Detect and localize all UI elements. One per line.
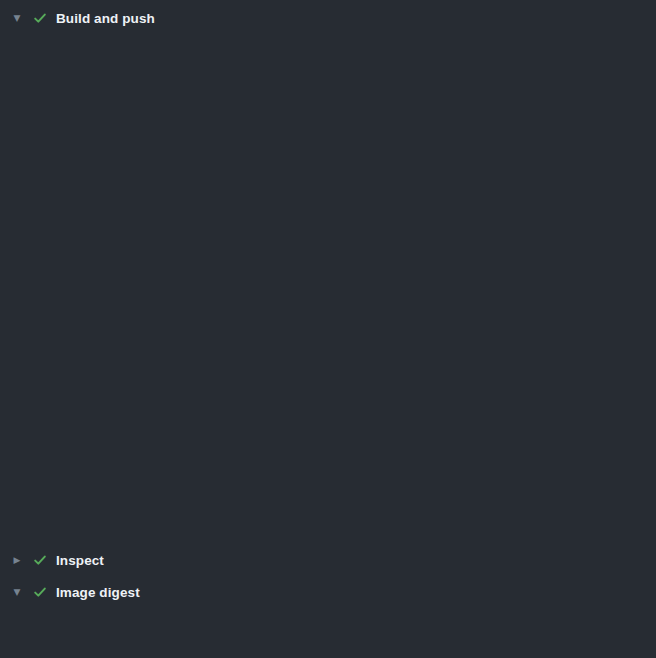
log-line: 21 [0,188,656,206]
log-line: 29 #4 [1/2] FROM docker.io/library/alpin… [0,332,656,350]
log-line: 15 /usr/bin/docker buildx use --builder … [0,80,656,98]
check-icon [32,584,48,600]
log-line: 37 #4 DONE 0.4s [0,476,656,494]
log-line: 34 #4 sha256:185518070891758909c9f839cf4… [0,422,656,440]
log-line: 40 #5 0.060 Hello world! [0,530,656,548]
log-line: 30 #4 resolve docker.io/library/alpine@s… [0,350,656,368]
log-section: ▼ Image digest 1 ▶Run echo sha256:e7ff88… [0,580,656,652]
log-line: 20 #2 DONE 0.0s [0,170,656,188]
log-section: ▶ Inspect [0,548,656,572]
log-line: 4 sha256:e7ff8834a5963a2785c5a0811e979d1… [0,634,656,652]
log-line: 1 ▶Run ./ [0,44,656,62]
section-title: Build and push [56,11,155,26]
log-line: 14 Using builder instance builder-single… [0,62,656,80]
log-line: 39 #5 [2/2] RUN echo "Hello world!" [0,512,656,530]
log-line: 33 #4 sha256:a24bb4013296f61e89ba57005a7… [0,404,656,422]
log-line: 32 #4 sha256:df20fa9351a15782c64e6dddb2d… [0,386,656,404]
chevron-icon[interactable]: ▼ [10,588,24,597]
check-icon [32,10,48,26]
section-lines: 1 ▶Run ./ 14 Using builder instance buil… [0,32,656,548]
log-line: 16 Starting build... [0,98,656,116]
log-line: 19 #2 transferring dockerfile: 74B 0.0s … [0,152,656,170]
log-line: 17 /usr/bin/docker buildx build --tag lo… [0,116,656,134]
section-header[interactable]: ▼ Build and push [0,4,656,32]
log-line: 1 ▶Run echo sha256:e7ff8834a5963a2785c5a… [0,616,656,634]
log-line: 27 #3 DONE 0.4s [0,296,656,314]
log-line: 23 #1 transferring context: 2B 0.0s done [0,224,656,242]
check-icon [32,552,48,568]
log-line: 35 #4 unpacking docker.io/library/alpine… [0,440,656,458]
section-lines: 1 ▶Run echo sha256:e7ff8834a5963a2785c5a… [0,604,656,652]
chevron-icon[interactable]: ▼ [10,14,24,23]
log-section: ▼ Build and push 1 ▶Run ./ 14 Using buil… [0,4,656,548]
log-root: ▼ Build and push 1 ▶Run ./ 14 Using buil… [0,4,656,652]
section-header[interactable]: ▼ Image digest [0,580,656,604]
log-line: 38 [0,494,656,512]
log-line: 18 #2 [internal] load build definition f… [0,134,656,152]
log-line: 26 #3 [internal] load metadata for docke… [0,278,656,296]
chevron-icon[interactable]: ▶ [10,556,24,565]
log-line: 22 #1 [internal] load .dockerignore [0,206,656,224]
section-title: Image digest [56,585,140,600]
log-line: 28 [0,314,656,332]
log-line: 24 #1 DONE 0.0s [0,242,656,260]
section-header[interactable]: ▶ Inspect [0,548,656,572]
section-title: Inspect [56,553,104,568]
log-line: 31 #4 sha256:a15790640a6690aa1730c38cf0a… [0,368,656,386]
log-line: 36 #4 unpacking docker.io/library/alpine… [0,458,656,476]
log-line: 25 [0,260,656,278]
